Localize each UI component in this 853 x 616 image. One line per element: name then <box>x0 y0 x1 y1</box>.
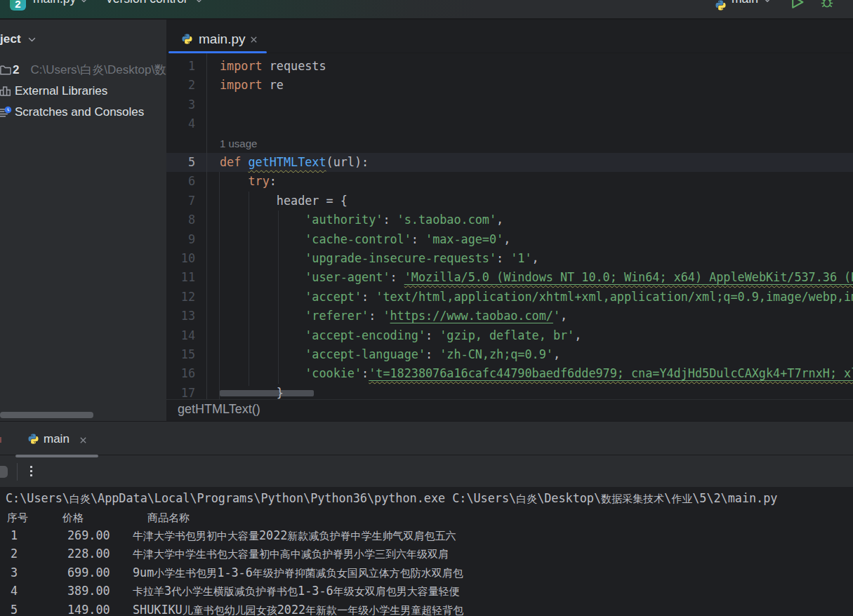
code-line: 6 try: <box>166 172 853 191</box>
close-icon[interactable] <box>79 435 88 444</box>
row-price: 228.00 <box>67 544 110 563</box>
code-line: 11 'user-agent': 'Mozilla/5.0 (Windows N… <box>166 268 853 287</box>
run-button[interactable] <box>789 0 806 13</box>
row-index: 4 <box>11 582 18 600</box>
code-line: 8 'authority': 's.taobao.com', <box>166 210 853 229</box>
project-horizontal-scrollbar[interactable] <box>0 412 93 418</box>
row-price: 699.00 <box>67 563 110 582</box>
code-line: 1import requests <box>166 57 853 76</box>
command-text: C:\Users\白炎\AppData\Local\Programs\Pytho… <box>6 489 777 507</box>
code-line: 3 <box>166 95 853 114</box>
console-command-line: C:\Users\白炎\AppData\Local\Programs\Pytho… <box>0 489 853 507</box>
row-index: 1 <box>11 526 18 544</box>
tree-item-label: Scratches and Consoles <box>15 102 144 123</box>
run-tool-window: main C:\Users\白炎\AppData\Local\Programs\… <box>0 422 853 616</box>
close-icon[interactable] <box>249 34 258 43</box>
inlay-hint-row: 1 usage <box>166 134 853 153</box>
row-name: SHUKIKU儿童书包幼儿园女孩2022年新款一年级小学生男童超轻背包 <box>133 601 463 616</box>
scratches-icon <box>0 106 12 119</box>
chevron-down-icon[interactable] <box>762 0 772 4</box>
run-config-selector[interactable]: main <box>732 0 758 8</box>
code-line: 16 'cookie':'t=18238076a16cafc44790baedf… <box>166 364 853 383</box>
editor-tab-bar: main.py <box>166 20 853 53</box>
chevron-down-icon[interactable] <box>27 35 37 44</box>
more-options-icon[interactable] <box>30 466 33 479</box>
header-col-price: 价格 <box>62 508 84 526</box>
row-name: 卡拉羊3代小学生横版减负护脊书包1-3-6年级女双肩包男大容量轻便 <box>133 582 460 600</box>
toolbar-divider <box>17 463 18 481</box>
console-table-row: 4389.00卡拉羊3代小学生横版减负护脊书包1-3-6年级女双肩包男大容量轻便 <box>0 582 853 600</box>
code-line: 10 'upgrade-insecure-requests': '1', <box>166 249 853 268</box>
code-editor[interactable]: 1import requests2import re341 usage5def … <box>166 53 853 399</box>
editor-horizontal-scrollbar[interactable] <box>220 390 314 396</box>
breadcrumb[interactable]: getHTMLText() <box>178 399 260 420</box>
row-name: 牛津大学书包男初中大容量2022新款减负护脊中学生帅气双肩包五六 <box>133 526 456 544</box>
editor-area: main.py 1import requests2import re341 us… <box>166 20 853 421</box>
python-icon <box>181 33 193 48</box>
cut-icon-fragment <box>0 437 1 443</box>
tree-item-label: External Libraries <box>15 81 107 102</box>
console-table-header: 序号价格商品名称 <box>0 508 853 526</box>
code-line: 7 header = { <box>166 192 853 210</box>
row-price: 269.00 <box>67 526 110 544</box>
code-line: 4 <box>166 114 853 133</box>
main-toolbar: 2 main.py Version control main <box>0 0 853 20</box>
project-root-path: C:\Users\白炎\Desktop\数据采集技术\作业\5\2 <box>30 63 166 76</box>
chevron-down-icon[interactable] <box>194 0 204 5</box>
python-icon <box>27 433 39 448</box>
row-index: 5 <box>11 601 18 616</box>
pycharm-window: 2 main.py Version control main <box>0 0 853 616</box>
project-selector[interactable]: main.py <box>33 0 76 8</box>
project-badge[interactable]: 2 <box>10 0 26 11</box>
chevron-down-icon[interactable] <box>79 0 88 5</box>
row-price: 149.00 <box>67 601 110 616</box>
code-line: 13 'referer': 'https://www.taobao.com/', <box>166 307 853 326</box>
code-line: 2import re <box>166 76 853 95</box>
project-tool-window: ject 2C:\Users\白炎\Desktop\数据采集技术\作业\5\2 … <box>0 20 166 421</box>
row-name: 牛津大学中学生书包大容量初中高中减负护脊男小学三到六年级双肩 <box>133 544 449 563</box>
project-root-name: 2 <box>13 63 19 76</box>
code-line: 14 'accept-encoding': 'gzip, deflate, br… <box>166 326 853 345</box>
debug-button[interactable] <box>820 0 834 12</box>
console-output[interactable]: C:\Users\白炎\AppData\Local\Programs\Pytho… <box>0 487 853 616</box>
code-line: 9 'cache-control': 'max-age=0', <box>166 230 853 249</box>
vcs-widget[interactable]: Version control <box>105 0 187 8</box>
project-panel-title[interactable]: ject <box>0 32 21 47</box>
row-name: 9um小学生书包男1-3-6年级护脊抑菌减负女国风立体方包防水双肩包 <box>133 563 463 582</box>
folder-icon <box>0 64 12 76</box>
console-table-row: 5149.00SHUKIKU儿童书包幼儿园女孩2022年新款一年级小学生男童超轻… <box>0 601 853 616</box>
run-tab-label[interactable]: main <box>44 422 70 455</box>
code-line: 12 'accept': 'text/html,application/xhtm… <box>166 288 853 307</box>
tree-item-scratches[interactable]: Scratches and Consoles <box>0 102 166 123</box>
header-col-index: 序号 <box>7 508 28 526</box>
row-index: 2 <box>11 544 18 563</box>
header-col-name: 商品名称 <box>147 508 190 526</box>
console-table-row: 3699.009um小学生书包男1-3-6年级护脊抑菌减负女国风立体方包防水双肩… <box>0 563 853 582</box>
external-libraries-icon <box>0 85 12 98</box>
tab-main-py[interactable]: main.py <box>168 20 267 53</box>
breadcrumbs-bar: getHTMLText() <box>166 399 853 421</box>
row-index: 3 <box>11 563 18 582</box>
tab-label: main.py <box>199 20 246 53</box>
python-icon <box>715 0 727 14</box>
run-tab-bar: main <box>0 422 853 455</box>
console-table-row: 2228.00牛津大学中学生书包大容量初中高中减负护脊男小学三到六年级双肩 <box>0 544 853 563</box>
code-line: 15 'accept-language': 'zh-CN,zh;q=0.9', <box>166 345 853 364</box>
code-line: 5def getHTMLText(url): <box>166 153 853 172</box>
run-toolbar <box>0 456 853 487</box>
row-price: 389.00 <box>67 582 110 600</box>
console-table-row: 1269.00牛津大学书包男初中大容量2022新款减负护脊中学生帅气双肩包五六 <box>0 526 853 544</box>
cut-toolbar-icon <box>0 466 8 478</box>
